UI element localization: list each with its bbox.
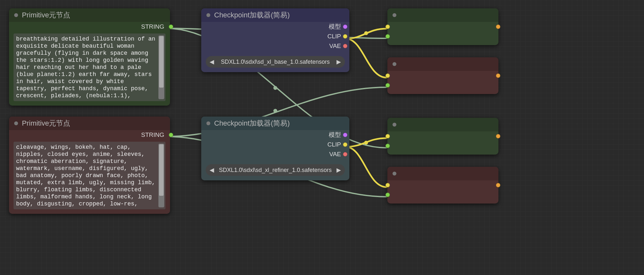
node-checkpoint-loader-2[interactable]: Checkpoint加载器(简易) 模型 CLIP VAE ◀ SDXL1.0\… <box>201 117 349 180</box>
output-port-label: VAE <box>329 43 341 50</box>
output-port-clip[interactable] <box>343 142 347 147</box>
svg-point-3 <box>273 109 277 113</box>
input-port-text[interactable] <box>385 193 390 197</box>
output-port-label: STRING <box>141 131 164 138</box>
node-header[interactable] <box>387 8 498 22</box>
node-header[interactable] <box>387 57 498 71</box>
node-primitive-negative[interactable]: Primitive元节点 STRING cleavage, wings, bok… <box>9 117 170 214</box>
svg-point-1 <box>364 141 368 145</box>
scrollbar[interactable] <box>158 144 164 207</box>
output-port-label: STRING <box>141 23 164 30</box>
input-port-clip[interactable] <box>385 134 390 138</box>
output-port-label: CLIP <box>327 33 341 40</box>
input-port-text[interactable] <box>385 144 390 148</box>
node-clip-text-encoder-2[interactable] <box>387 57 498 94</box>
collapse-dot-icon[interactable] <box>393 123 396 127</box>
text-input[interactable]: cleavage, wings, bokeh, hat, cap, nipple… <box>14 142 166 209</box>
node-header[interactable]: Primitive元节点 <box>9 8 170 22</box>
collapse-dot-icon[interactable] <box>206 121 210 125</box>
output-port-label: 模型 <box>329 131 341 139</box>
output-port-label: 模型 <box>329 23 341 31</box>
output-port-clip[interactable] <box>343 34 347 39</box>
node-header[interactable] <box>387 167 498 180</box>
collapse-dot-icon[interactable] <box>206 13 210 17</box>
collapse-dot-icon[interactable] <box>14 13 18 17</box>
node-title: Primitive元节点 <box>22 10 70 20</box>
node-header[interactable]: Primitive元节点 <box>9 117 170 130</box>
svg-point-2 <box>273 86 277 90</box>
chevron-right-icon[interactable]: ▶ <box>336 58 341 65</box>
node-title: Primitive元节点 <box>22 119 70 128</box>
output-port-vae[interactable] <box>343 152 347 156</box>
output-port-cond[interactable] <box>496 134 500 138</box>
collapse-dot-icon[interactable] <box>393 62 396 66</box>
collapse-dot-icon[interactable] <box>393 172 396 175</box>
node-clip-text-encoder-3[interactable] <box>387 118 498 155</box>
chevron-right-icon[interactable]: ▶ <box>336 166 341 174</box>
chevron-left-icon[interactable]: ◀ <box>210 166 214 174</box>
picker-value: SDXL1.0\sdxl\sd_xl_base_1.0.safetensors <box>221 59 330 65</box>
output-port-cond[interactable] <box>496 73 500 78</box>
node-clip-text-encoder-4[interactable] <box>387 167 498 204</box>
output-port-label: CLIP <box>327 141 341 148</box>
output-port-cond[interactable] <box>496 24 500 29</box>
output-port-vae[interactable] <box>343 44 347 48</box>
chevron-left-icon[interactable]: ◀ <box>210 58 214 65</box>
output-port-model[interactable] <box>343 133 347 137</box>
input-port-clip[interactable] <box>385 24 390 29</box>
input-port-clip[interactable] <box>385 183 390 187</box>
node-header[interactable]: Checkpoint加载器(简易) <box>201 117 349 130</box>
input-port-text[interactable] <box>385 34 390 39</box>
output-port-model[interactable] <box>343 24 347 29</box>
output-port-label: VAE <box>329 151 341 158</box>
node-header[interactable]: Checkpoint加载器(简易) <box>201 8 349 22</box>
node-primitive-positive[interactable]: Primitive元节点 STRING breathtaking detaile… <box>9 8 170 106</box>
input-port-clip[interactable] <box>385 73 390 78</box>
node-clip-text-encoder-1[interactable] <box>387 8 498 45</box>
collapse-dot-icon[interactable] <box>14 121 18 125</box>
node-title: Checkpoint加载器(简易) <box>214 10 290 20</box>
node-title: Checkpoint加载器(简易) <box>214 119 290 128</box>
picker-value: SDXL1.0\sdxl\sd_xl_refiner_1.0.safetenso… <box>219 167 332 174</box>
input-port-text[interactable] <box>385 83 390 88</box>
node-header[interactable] <box>387 118 498 131</box>
output-port-string[interactable] <box>169 133 173 137</box>
node-checkpoint-loader-1[interactable]: Checkpoint加载器(简易) 模型 CLIP VAE ◀ SDXL1.0\… <box>201 8 349 72</box>
output-port-cond[interactable] <box>496 183 500 187</box>
svg-point-0 <box>364 31 368 35</box>
checkpoint-picker[interactable]: ◀ SDXL1.0\sdxl\sd_xl_base_1.0.safetensor… <box>206 56 345 68</box>
textarea-content[interactable]: breathtaking detailed illustration of an… <box>16 35 158 99</box>
scrollbar[interactable] <box>158 35 164 99</box>
collapse-dot-icon[interactable] <box>393 13 396 17</box>
textarea-content[interactable]: cleavage, wings, bokeh, hat, cap, nipple… <box>16 144 158 207</box>
text-input[interactable]: breathtaking detailed illustration of an… <box>14 33 166 101</box>
checkpoint-picker[interactable]: ◀ SDXL1.0\sdxl\sd_xl_refiner_1.0.safeten… <box>206 164 345 176</box>
output-port-string[interactable] <box>169 24 173 29</box>
